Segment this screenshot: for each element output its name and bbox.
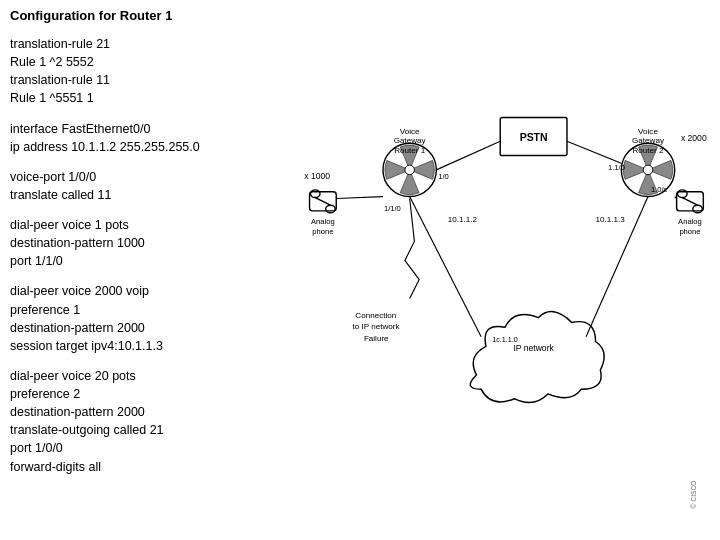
ip-10-1-1-2: 10.1.1.2	[448, 215, 478, 224]
line-phone-left-to-router1	[336, 197, 383, 199]
svg-text:Voice: Voice	[400, 127, 420, 136]
section-dial-peer-1: dial-peer voice 1 pots destination-patte…	[10, 216, 290, 270]
svg-text:IP network: IP network	[513, 343, 554, 353]
port-label-1-1-0: 1/1/0	[384, 204, 401, 213]
section-dial-peer-20: dial-peer voice 20 pots preference 2 des…	[10, 367, 290, 476]
copyright: © CISCO	[690, 481, 697, 509]
interface-code: interface FastEthernet0/0 ip address 10.…	[10, 120, 290, 156]
svg-text:Analog: Analog	[311, 217, 335, 226]
svg-point-19	[678, 190, 688, 198]
ip-network-cloud: IP network 1c.1.1.0	[470, 312, 604, 403]
section-dial-peer-2000: dial-peer voice 2000 voip preference 1 d…	[10, 282, 290, 355]
x1000-label: x 1000	[304, 171, 330, 181]
ip-10-1-1-3: 10.1.1.3	[596, 215, 626, 224]
svg-text:1c.1.1.0: 1c.1.1.0	[492, 336, 517, 344]
port-label-router1-right: 1/0	[438, 172, 449, 181]
line-zigzag	[405, 198, 419, 298]
svg-text:Router 2: Router 2	[632, 146, 664, 155]
svg-line-21	[682, 198, 697, 206]
page-title: Configuration for Router 1	[10, 8, 173, 23]
x2000-label: x 2000	[681, 133, 707, 143]
analog-phone-left: Analog phone	[310, 190, 337, 236]
network-diagram: Analog phone x 1000 Voice Gateway Router…	[300, 8, 710, 532]
connection-label-3: Failure	[364, 334, 389, 343]
svg-text:Voice: Voice	[638, 127, 658, 136]
svg-text:Analog: Analog	[678, 217, 702, 226]
section-interface: interface FastEthernet0/0 ip address 10.…	[10, 120, 290, 156]
svg-point-14	[643, 165, 653, 175]
section-voice-port: voice-port 1/0/0 translate called 11	[10, 168, 290, 204]
port-label-router2-left: 1.1/0	[608, 163, 625, 172]
text-panel: Configuration for Router 1 translation-r…	[10, 8, 300, 532]
svg-text:phone: phone	[312, 227, 333, 236]
translation-code: translation-rule 21 Rule 1 ^2 5552 trans…	[10, 35, 290, 108]
main-container: Configuration for Router 1 translation-r…	[0, 0, 720, 540]
port-label-router2-right: 1.0/c	[651, 185, 668, 194]
line-router1-to-pstn	[436, 141, 500, 170]
section-title: Configuration for Router 1	[10, 8, 290, 23]
dial-peer-2000-code: dial-peer voice 2000 voip preference 1 d…	[10, 282, 290, 355]
svg-text:Gateway: Gateway	[632, 136, 665, 145]
connection-label-1: Connection	[355, 311, 396, 320]
svg-text:phone: phone	[679, 227, 700, 236]
svg-point-7	[405, 165, 415, 175]
analog-phone-right: Analog phone	[677, 190, 704, 236]
line-pstn-to-router2	[567, 141, 621, 163]
section-translation: translation-rule 21 Rule 1 ^2 5552 trans…	[10, 35, 290, 108]
pstn-box: PSTN	[500, 117, 567, 155]
dial-peer-20-code: dial-peer voice 20 pots preference 2 des…	[10, 367, 290, 476]
svg-text:Router 1: Router 1	[394, 146, 426, 155]
diagram-panel: Analog phone x 1000 Voice Gateway Router…	[300, 8, 710, 532]
svg-point-2	[326, 205, 336, 213]
svg-text:PSTN: PSTN	[520, 132, 548, 143]
vg-router1: Voice Gateway Router 1	[383, 127, 436, 197]
svg-point-20	[693, 205, 703, 213]
dial-peer-1-code: dial-peer voice 1 pots destination-patte…	[10, 216, 290, 270]
svg-line-3	[315, 198, 330, 206]
svg-text:Gateway: Gateway	[394, 136, 427, 145]
connection-label-2: to IP network	[352, 322, 400, 331]
voice-port-code: voice-port 1/0/0 translate called 11	[10, 168, 290, 204]
svg-point-1	[310, 190, 320, 198]
